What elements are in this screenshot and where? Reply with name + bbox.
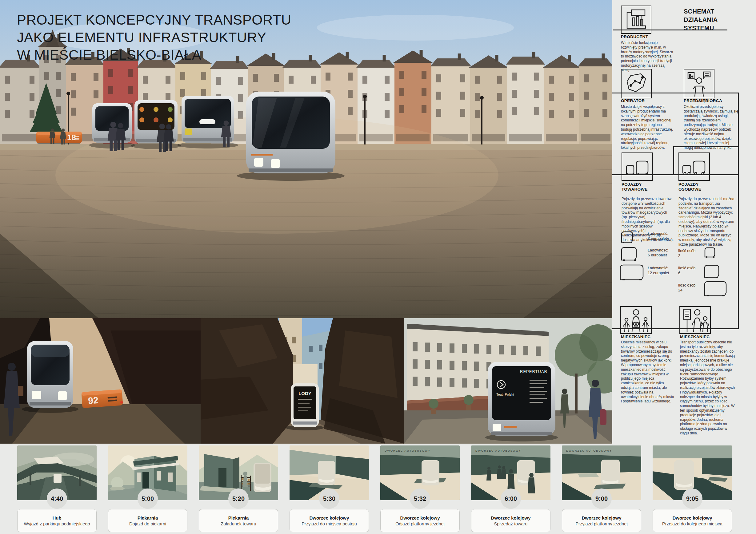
producent-text: W mieście funkcjonuje rozwinięty przemys… bbox=[621, 40, 674, 73]
timeline-panel: 5:00 Piekarnia Dojazd do piekarni bbox=[108, 445, 187, 534]
station-wall-text: DWORZEC AUTOBUSOWY bbox=[475, 449, 521, 452]
poster-title-line: PROJEKT KONCEPCYJNY TRANSPORTU bbox=[17, 11, 291, 29]
time-badge: 5:20 bbox=[228, 489, 249, 509]
photo-alley-lody: LODY bbox=[201, 318, 404, 444]
mieszkaniec2-label: MIESZKANIEC bbox=[680, 335, 710, 340]
mieszkaniec1-label: MIESZKANIEC bbox=[621, 335, 650, 340]
poster-title-line: W MIEŚCIE BIELSKO-BIAŁA bbox=[17, 46, 291, 64]
vehicle-size-s-icon bbox=[703, 246, 717, 259]
entrepreneur-icon bbox=[684, 69, 714, 98]
time-badge: 5:30 bbox=[319, 489, 339, 509]
mieszkaniec2-text: Transport publiczny obecnie nie jest na … bbox=[680, 340, 737, 436]
family-shopping-icon bbox=[621, 307, 651, 333]
pojazdy-towarowe-label: POJAZDY TOWAROWE bbox=[622, 182, 648, 192]
timeline-panel: 9:05 Dworzec kolejowy Przejazd do kolejn… bbox=[653, 445, 732, 534]
time-badge: 5:00 bbox=[138, 489, 158, 509]
bench-18: 18 bbox=[36, 132, 82, 144]
timeline-panel: 4:40 Hub Wyjazd z parkingu podmiejskiego bbox=[17, 445, 96, 534]
system-schematic: SCHEMAT DZIAŁANIA SYSTEMU PRODUCENT W mi… bbox=[612, 0, 756, 444]
mieszkaniec2-box bbox=[679, 306, 711, 334]
producent-box bbox=[621, 6, 651, 34]
factory-icon bbox=[622, 6, 651, 33]
resident-timetable-icon bbox=[680, 307, 710, 333]
persons-row: Ilość osób: 6 bbox=[678, 266, 697, 275]
timeline-caption: Hub Wyjazd z parkingu podmiejskiego bbox=[17, 509, 96, 532]
station-wall-text: DWORZEC AUTOBUSOWY bbox=[566, 449, 612, 452]
route-map-icon bbox=[622, 69, 651, 98]
time-badge: 9:05 bbox=[682, 489, 702, 509]
vehicle-size-l-icon bbox=[703, 279, 729, 298]
poster-board: 18 PROJEKT KONCEPCYJNY TRANSPORTU JAKO E… bbox=[0, 0, 756, 534]
persons-row: Ilość osób: 2 bbox=[678, 248, 697, 258]
vehicle-size-m-icon bbox=[703, 263, 721, 279]
przedsiebiorca-box bbox=[684, 69, 715, 98]
storyboard-timeline: 4:40 Hub Wyjazd z parkingu podmiejskiego bbox=[0, 444, 756, 534]
timeline-caption: Dworzec kolejowy Odjazd platformy jezdne… bbox=[380, 509, 460, 532]
time-badge: 9:00 bbox=[591, 489, 612, 509]
station-wall-text: DWORZEC AUTOBUSOWY bbox=[385, 449, 430, 452]
time-badge: 6:00 bbox=[500, 489, 521, 509]
photo-theatre-street: REPERTUAR Teatr Polski bbox=[404, 318, 612, 444]
teatr-logo-text: Teatr Polski bbox=[496, 393, 514, 396]
render-photos-row: 92 bbox=[0, 318, 612, 444]
operator-label: OPERATOR bbox=[621, 98, 645, 103]
cargo-number: 92 bbox=[88, 395, 99, 406]
operator-box bbox=[621, 69, 652, 98]
passenger-vehicles-icon bbox=[679, 153, 709, 180]
mieszkaniec1-box bbox=[620, 306, 652, 334]
repertuar-sign: REPERTUAR bbox=[520, 369, 547, 374]
capacity-row: Ładowność: 2 europalety bbox=[648, 231, 669, 241]
time-badge: 4:40 bbox=[47, 489, 67, 509]
pojazdy-osobowe-text: Pojazdy do przewozu ludzi można podzieli… bbox=[679, 197, 735, 247]
vehicle-size-s-icon bbox=[620, 230, 635, 244]
cargo-vehicles-icon bbox=[622, 153, 652, 180]
capacity-row: Ładowność: 6 europalet bbox=[648, 248, 668, 258]
timeline-panel: 5:30 Dworzec kolejowy Przyjazd do miejsc… bbox=[289, 445, 369, 534]
hero-photo: 18 PROJEKT KONCEPCYJNY TRANSPORTU JAKO E… bbox=[0, 0, 612, 318]
przedsiebiorca-text: Okoliczni przedsiębiorcy dostarczają żyw… bbox=[684, 105, 739, 150]
przedsiebiorca-label: PRZEDSIĘBIORCA bbox=[684, 98, 722, 103]
timeline-caption: Dworzec kolejowy Sprzedaż towaru bbox=[471, 509, 551, 532]
mieszkaniec1-text: Obecnie mieszkańcy w celu skorzystania z… bbox=[621, 340, 675, 404]
producent-label: PRODUCENT bbox=[621, 35, 648, 39]
operator-text: Miasto dzięki współpracy z lokalnymi pro… bbox=[621, 105, 674, 150]
poster-title-line: JAKO ELEMENTU INFRASTRUKTURY bbox=[17, 29, 291, 46]
timeline-panel: 5:20 Piekarnia Załadunek towaru bbox=[199, 445, 278, 534]
timeline-caption: Dworzec kolejowy Przyjazd platformy jezd… bbox=[562, 509, 641, 532]
bench-number: 18 bbox=[67, 133, 76, 142]
lody-sign: LODY bbox=[298, 391, 311, 396]
schematic-title: SCHEMAT DZIAŁANIA SYSTEMU bbox=[684, 7, 717, 32]
timeline-caption: Piekarnia Załadunek towaru bbox=[199, 509, 278, 532]
poster-title: PROJEKT KONCEPCYJNY TRANSPORTU JAKO ELEM… bbox=[17, 11, 291, 64]
timeline-panel: DWORZEC AUTOBUSOWY 6:00 bbox=[471, 445, 551, 534]
timeline-panel: DWORZEC AUTOBUSOWY 5:32 Dworzec kolejowy… bbox=[380, 445, 460, 534]
capacity-row: Ładowność: 12 europalet bbox=[648, 266, 669, 275]
timeline-caption: Dworzec kolejowy Przyjazd do miejsca pos… bbox=[289, 509, 369, 532]
timeline-caption: Dworzec kolejowy Przejazd do kolejnego m… bbox=[653, 509, 732, 532]
timeline-panel: DWORZEC AUTOBUSOWY 9:00 Dworzec kolejowy… bbox=[562, 445, 641, 534]
persons-row: Ilość osób: 24 bbox=[678, 283, 697, 293]
connector-line bbox=[673, 146, 674, 175]
timeline-caption: Piekarnia Dojazd do piekarni bbox=[108, 509, 187, 532]
vehicle-size-m-icon bbox=[620, 245, 639, 262]
vehicle-size-l-icon bbox=[618, 263, 646, 282]
cargo-platform-92: 92 bbox=[81, 389, 123, 408]
photo-street-dusk: 92 bbox=[0, 318, 201, 444]
pojazdy-towarowe-box bbox=[622, 152, 653, 181]
pojazdy-osobowe-box bbox=[679, 152, 710, 181]
time-badge: 5:32 bbox=[410, 489, 430, 509]
pojazdy-osobowe-label: POJAZDY OSOBOWE bbox=[679, 182, 701, 192]
